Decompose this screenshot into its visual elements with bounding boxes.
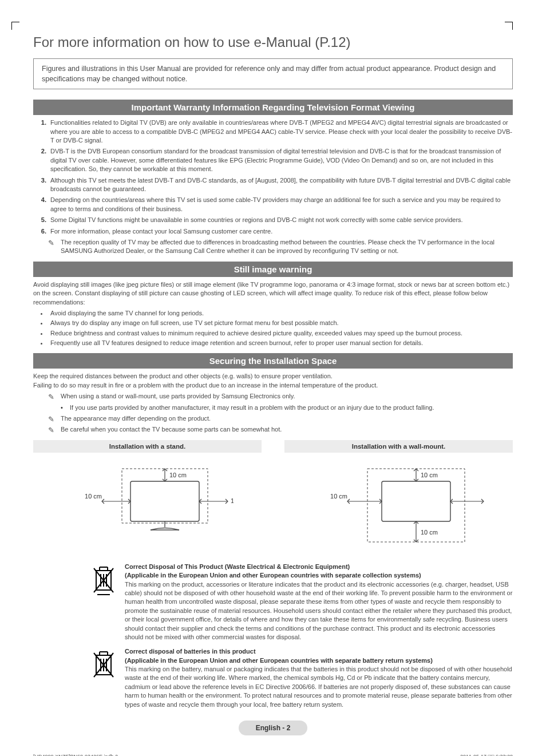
- warranty-item: For more information, please contact you…: [48, 227, 513, 236]
- still-image-bullets: Avoid displaying the same TV channel for…: [33, 309, 513, 348]
- bullet-item: Frequently use all TV features designed …: [48, 339, 513, 347]
- section3-note1: When using a stand or wall-mount, use pa…: [33, 392, 513, 401]
- section2-heading: Still image warning: [33, 262, 513, 277]
- disposal1-h1: Correct Disposal of This Product (Waste …: [125, 563, 513, 571]
- battery-bin-icon: [90, 647, 117, 684]
- dist-label: 10 cm: [169, 472, 187, 478]
- section3-heading: Securing the Installation Space: [33, 353, 513, 369]
- warranty-item: DVB-T is the DVB European consortium sta…: [48, 147, 513, 173]
- dist-label: 10 cm: [421, 472, 438, 478]
- section3-note2: The appearance may differ depending on t…: [33, 414, 513, 423]
- warranty-item: Some Digital TV functions might be unava…: [48, 216, 513, 224]
- dist-label: 10 cm: [330, 493, 347, 500]
- svg-rect-9: [382, 481, 450, 521]
- notice-box: Figures and illustrations in this User M…: [33, 58, 513, 89]
- section3-p2: Failing to do so may result in fire or a…: [33, 381, 513, 390]
- diagram-wall-title: Installation with a wall-mount.: [284, 440, 513, 453]
- diagram-stand-title: Installation with a stand.: [33, 440, 262, 453]
- bullet-item: Avoid displaying the same TV channel for…: [48, 309, 513, 318]
- section1-note: The reception quality of TV may be affec…: [33, 238, 513, 256]
- diagram-wall-icon: 10 cm 10 cm 10 cm 10 cm: [313, 458, 485, 550]
- disposal2-body: This marking on the battery, manual or p…: [125, 665, 513, 709]
- disposal1-h2: (Applicable in the European Union and ot…: [125, 571, 513, 580]
- disposal2-h1: Correct disposal of batteries in this pr…: [125, 647, 513, 656]
- warranty-item: Although this TV set meets the latest DV…: [48, 176, 513, 194]
- weee-bin-icon: [90, 563, 117, 599]
- dist-label: 10 cm: [85, 493, 102, 500]
- disposal2-h2: (Applicable in the European Union and ot…: [125, 656, 513, 665]
- section3-note3: Be careful when you contact the TV becau…: [33, 425, 513, 434]
- disposal1-body: This marking on the product, accessories…: [125, 580, 513, 642]
- section3-note1-sub: If you use parts provided by another man…: [33, 403, 513, 412]
- section1-heading: Important Warranty Information Regarding…: [33, 100, 513, 115]
- dist-label: 10 cm: [421, 529, 438, 536]
- svg-rect-1: [130, 481, 199, 521]
- page-title: For more information on how to use e-Man…: [33, 34, 513, 50]
- warranty-item: Functionalities related to Digital TV (D…: [48, 118, 513, 145]
- warranty-item: Depending on the countries/areas where t…: [48, 196, 513, 213]
- dist-label: 10 cm: [231, 497, 234, 504]
- diagram-stand-icon: 10 cm 10 cm 10 cm: [62, 458, 234, 539]
- crop-mark-tl: [11, 22, 19, 30]
- footer-timestamp: 2011-05-17 □□ 6:33:28: [460, 754, 513, 756]
- footer-file: [UD4000-XNZF]BN68-03426E.indb 2: [33, 754, 118, 756]
- page-number-badge: English - 2: [239, 721, 307, 735]
- warranty-list: Functionalities related to Digital TV (D…: [33, 118, 513, 236]
- crop-mark-tr: [505, 22, 513, 30]
- bullet-item: Always try do display any image on full …: [48, 319, 513, 327]
- section3-p1: Keep the required distances between the …: [33, 372, 513, 381]
- bullet-item: Reduce brightness and contrast values to…: [48, 329, 513, 338]
- section2-intro: Avoid displaying still images (like jpeg…: [33, 280, 513, 307]
